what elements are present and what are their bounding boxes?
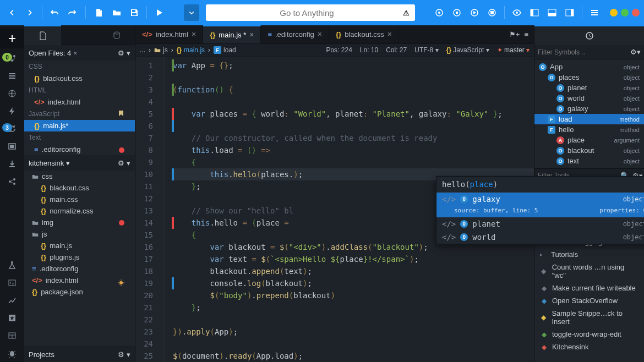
layout-right-button[interactable] <box>562 5 577 20</box>
bolt-icon[interactable] <box>1 102 23 120</box>
autocomplete-item[interactable]: </>Ogalaxyobject <box>436 193 644 206</box>
undo-button[interactable] <box>47 5 62 20</box>
autocomplete-item[interactable]: </>Oplanetobject <box>436 217 644 231</box>
maximize-button[interactable] <box>621 9 629 17</box>
tool-item[interactable]: ◆Sample Snippe…ck to Insert <box>534 307 644 328</box>
preview-button[interactable] <box>509 5 525 20</box>
open-files-header[interactable]: Open Files: 4 × ⚙ ▾ <box>24 45 135 61</box>
files-tab[interactable] <box>24 25 61 45</box>
globe-icon[interactable] <box>1 85 23 102</box>
close-window-button[interactable] <box>632 9 640 17</box>
projects-header[interactable]: Projects ⚙ ▾ <box>24 347 135 362</box>
filter-symbols-input[interactable] <box>538 48 630 56</box>
status-lang[interactable]: {} JavaScript ▾ <box>446 46 489 54</box>
save-button[interactable] <box>127 5 142 20</box>
tool-item[interactable]: ◆Make current file writeable <box>534 282 644 294</box>
gear-icon[interactable]: ⚙ ▾ <box>118 350 130 359</box>
star-icon[interactable] <box>1 309 23 327</box>
forward-button[interactable] <box>22 5 37 20</box>
vcs-icon[interactable]: 0 <box>1 50 23 67</box>
editor-tab[interactable]: </>index.html× <box>135 25 203 43</box>
gear-icon[interactable]: ⚙▾ <box>630 48 641 56</box>
symbols-tab[interactable] <box>534 25 644 45</box>
open-file-button[interactable] <box>109 5 124 20</box>
tree-file[interactable]: ≡.editorconfig <box>24 263 135 275</box>
symbol-item[interactable]: Aplaceargument <box>534 135 644 145</box>
redo-button[interactable] <box>64 5 80 20</box>
minimize-button[interactable] <box>610 9 618 17</box>
download-icon[interactable] <box>1 155 23 173</box>
layout-alt-icon[interactable] <box>1 327 23 344</box>
list-icon[interactable]: ≡ <box>524 30 528 39</box>
open-file-item[interactable]: {}blackout.css <box>24 73 135 84</box>
breadcrumb[interactable]: {}main.js <box>177 46 205 54</box>
tree-file[interactable]: {}main.js <box>24 240 135 251</box>
gear-icon[interactable]: ⚙ ▾ <box>118 159 130 167</box>
gear-icon[interactable]: ⚙ ▾ <box>118 49 130 57</box>
status-branch[interactable]: ✦ master ▾ <box>497 46 530 54</box>
editor-tab[interactable]: {}blackout.css× <box>329 25 399 43</box>
close-icon[interactable]: × <box>388 30 392 39</box>
list-icon[interactable] <box>1 67 23 85</box>
record-button[interactable] <box>432 5 447 20</box>
chart-icon[interactable] <box>1 292 23 309</box>
new-tab-button[interactable] <box>0 29 24 48</box>
tree-file[interactable]: {}main.css <box>24 194 135 205</box>
tool-item[interactable]: ◆Kitchensink <box>534 341 644 353</box>
editor-tab[interactable]: {}main.js *× <box>203 25 261 43</box>
tool-item[interactable]: ◆toggle-word-wrap-edit <box>534 328 644 341</box>
panel-icon[interactable] <box>1 138 23 155</box>
terminal-icon[interactable] <box>1 274 23 292</box>
breadcrumb[interactable]: ... <box>140 46 145 54</box>
save-macro-button[interactable] <box>484 5 500 20</box>
symbol-item[interactable]: Oplanetobject <box>534 83 644 93</box>
play-circle-button[interactable] <box>467 5 482 20</box>
symbol-item[interactable]: Ogalaxyobject <box>534 103 644 114</box>
open-file-item[interactable]: </>index.html <box>24 96 135 108</box>
tree-folder[interactable]: js <box>24 228 135 240</box>
goto-anything-box[interactable]: ⚠ <box>206 4 415 21</box>
tool-category[interactable]: ▸Tutorials <box>534 248 644 261</box>
open-file-item[interactable]: ≡.editorconfig <box>24 144 135 155</box>
symbol-item[interactable]: Oworldobject <box>534 93 644 103</box>
autocomplete-item[interactable]: </>Oworldobject <box>436 231 644 244</box>
project-header[interactable]: kitchensink ▾ ⚙ ▾ <box>24 155 135 171</box>
tree-file[interactable]: {}blackout.css <box>24 182 135 194</box>
symbol-item[interactable]: Floadmethod <box>534 114 644 124</box>
layout-bottom-button[interactable] <box>544 5 560 20</box>
breadcrumb[interactable]: Fload <box>214 46 236 54</box>
close-icon[interactable]: × <box>249 30 254 39</box>
breadcrumb[interactable]: js <box>154 46 168 54</box>
editor-tab[interactable]: ≡.editorconfig× <box>261 25 329 43</box>
tool-item[interactable]: ◆Open StackOverflow <box>534 294 644 307</box>
new-file-button[interactable] <box>91 5 107 20</box>
tree-folder[interactable]: img <box>24 217 135 228</box>
tool-item[interactable]: ◆Count words …n using "wc" <box>534 261 644 282</box>
back-button[interactable] <box>4 5 20 20</box>
status-encoding[interactable]: UTF-8 ▾ <box>414 46 438 54</box>
goto-input[interactable] <box>211 8 403 18</box>
bug-icon[interactable] <box>1 344 23 362</box>
symbol-item[interactable]: OAppobject <box>534 62 644 72</box>
symbol-item[interactable]: Fhellomethod <box>534 124 644 135</box>
flask-icon[interactable] <box>1 256 23 274</box>
menu-button[interactable] <box>587 5 602 20</box>
goto-menu-button[interactable] <box>184 4 199 21</box>
tree-folder[interactable]: css <box>24 171 135 182</box>
flag-icon[interactable]: ⚑+ <box>509 30 520 39</box>
stop-button[interactable] <box>449 5 465 20</box>
tree-file[interactable]: {}plugins.js <box>24 251 135 263</box>
share-icon[interactable] <box>1 173 23 190</box>
symbol-item[interactable]: Oplacesobject <box>534 72 644 83</box>
symbol-item[interactable]: Otextobject <box>534 156 644 166</box>
run-button[interactable] <box>151 5 167 20</box>
layout-left-button[interactable] <box>527 5 542 20</box>
db-tab[interactable] <box>98 25 135 45</box>
sync-icon[interactable]: 3 <box>1 120 23 138</box>
open-file-item[interactable]: {}main.js* <box>24 120 135 131</box>
close-icon[interactable]: × <box>318 30 322 39</box>
symbol-item[interactable]: Oblackoutobject <box>534 145 644 156</box>
code-editor[interactable]: 1234567891011121314151617181920212223242… <box>135 57 534 362</box>
tree-file[interactable]: {}package.json <box>24 286 135 298</box>
tree-file[interactable]: {}normalize.css <box>24 205 135 217</box>
